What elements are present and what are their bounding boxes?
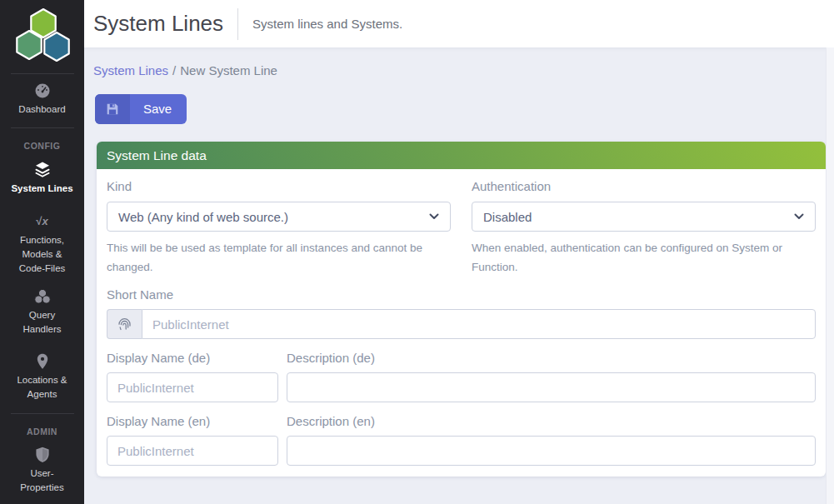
sidebar-item-label: Locations &Agents: [17, 373, 67, 402]
breadcrumb-separator: /: [172, 63, 176, 77]
divider: [11, 127, 74, 128]
sidebar-item-label: Functions,Models &Code-Files: [19, 233, 66, 276]
sidebar-item-system-lines[interactable]: System Lines: [0, 161, 84, 196]
floppy-save-icon: [95, 94, 130, 124]
breadcrumb-link-system-lines[interactable]: System Lines: [93, 63, 168, 77]
page-title: System Lines: [93, 11, 223, 37]
kind-field-group: Kind Web (Any kind of web source.) This …: [107, 179, 451, 277]
short-name-label: Short Name: [107, 287, 816, 302]
kind-select[interactable]: Web (Any kind of web source.): [107, 202, 451, 232]
sidebar-item-label: QueryHandlers: [22, 308, 61, 337]
app-logo[interactable]: [9, 6, 76, 67]
authentication-select[interactable]: Disabled: [472, 202, 816, 232]
sidebar-item-functions-models-code-files[interactable]: √x Functions,Models &Code-Files: [0, 213, 84, 276]
system-line-data-card: System Line data Kind Web (Any kind of w…: [97, 142, 826, 477]
short-name-input[interactable]: [142, 309, 816, 339]
shield-icon: [35, 447, 50, 463]
hexagons-logo-icon: [9, 6, 76, 64]
save-button[interactable]: Save: [95, 94, 187, 124]
breadcrumb-current: New System Line: [180, 63, 277, 77]
sidebar-item-dashboard[interactable]: Dashboard: [0, 82, 84, 117]
breadcrumb: System Lines/New System Line: [93, 63, 834, 77]
layers-icon: [34, 161, 51, 178]
authentication-label: Authentication: [472, 179, 816, 193]
divider: [11, 73, 74, 74]
sidebar-item-label: System Lines: [11, 182, 72, 196]
sidebar-item-query-handlers[interactable]: QueryHandlers: [0, 288, 84, 337]
chevron-down-icon: [429, 213, 439, 220]
display-name-en-input[interactable]: [107, 436, 278, 466]
display-name-de-label: Display Name (de): [107, 351, 278, 365]
sqrt-x-function-icon: √x: [36, 213, 47, 230]
dashboard-icon: [34, 82, 51, 99]
sidebar-section-admin: ADMIN: [27, 427, 57, 437]
save-button-label: Save: [130, 94, 187, 124]
authentication-help-text: When enabled, authentication can be conf…: [472, 238, 816, 277]
divider: [11, 413, 74, 414]
display-name-en-label: Display Name (en): [107, 414, 278, 428]
description-de-input[interactable]: [287, 372, 816, 402]
card-body: Kind Web (Any kind of web source.) This …: [97, 169, 826, 477]
chevron-down-icon: [794, 213, 804, 220]
page-header: System Lines System lines and Systems.: [84, 0, 834, 47]
page-subtitle: System lines and Systems.: [252, 17, 402, 31]
sidebar-item-locations-agents[interactable]: Locations &Agents: [0, 353, 84, 402]
kind-label: Kind: [107, 179, 451, 193]
display-name-de-input[interactable]: [107, 372, 278, 402]
card-title: System Line data: [107, 148, 207, 163]
card-header: System Line data: [97, 142, 826, 169]
authentication-select-value: Disabled: [483, 210, 532, 224]
authentication-field-group: Authentication Disabled When enabled, au…: [472, 179, 816, 277]
description-de-label: Description (de): [287, 351, 816, 365]
short-name-input-group: [107, 309, 816, 339]
divider: [237, 8, 238, 40]
main-content: System Lines System lines and Systems. S…: [84, 0, 834, 504]
sidebar-item-user-properties[interactable]: User-Properties: [0, 447, 84, 495]
sidebar-section-config: CONFIG: [24, 141, 61, 151]
vertical-scrollbar[interactable]: [826, 47, 834, 504]
sidebar: Dashboard CONFIG System Lines √x Functio…: [0, 0, 84, 504]
kind-help-text: This will be be used as template for all…: [107, 238, 451, 277]
cluster-cubes-icon: [34, 288, 51, 305]
sidebar-item-label: User-Properties: [20, 467, 63, 495]
kind-select-value: Web (Any kind of web source.): [118, 210, 288, 224]
location-pin-icon: [35, 353, 50, 370]
description-en-label: Description (en): [287, 414, 816, 428]
fingerprint-icon: [107, 309, 142, 339]
sidebar-item-label: Dashboard: [18, 102, 65, 117]
description-en-input[interactable]: [287, 436, 816, 466]
